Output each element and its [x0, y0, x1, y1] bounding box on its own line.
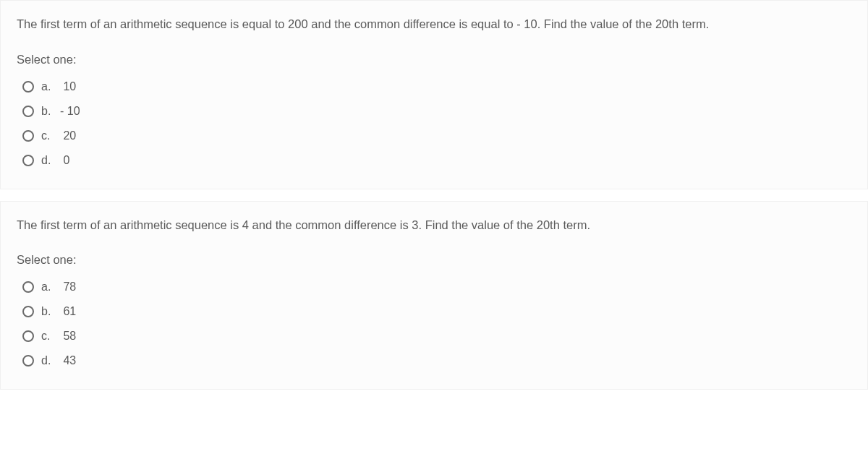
radio-icon[interactable]: [22, 355, 34, 367]
option-row-b[interactable]: b. - 10: [22, 99, 851, 124]
option-letter: a.: [41, 278, 57, 296]
option-row-d[interactable]: d. 43: [22, 348, 851, 373]
option-value: - 10: [60, 103, 80, 120]
option-value: 43: [60, 352, 76, 369]
option-letter: d.: [41, 352, 57, 369]
option-letter: c.: [41, 127, 57, 145]
question-text: The first term of an arithmetic sequence…: [17, 216, 851, 234]
option-value: 58: [60, 327, 76, 345]
option-value: 0: [60, 152, 69, 169]
radio-icon[interactable]: [22, 81, 34, 93]
option-row-a[interactable]: a. 10: [22, 74, 851, 99]
question-block-2: The first term of an arithmetic sequence…: [0, 201, 868, 390]
option-row-a[interactable]: a. 78: [22, 275, 851, 299]
select-prompt: Select one:: [17, 51, 851, 69]
option-row-d[interactable]: d. 0: [22, 148, 851, 173]
radio-icon[interactable]: [22, 106, 34, 117]
radio-icon[interactable]: [22, 155, 34, 166]
options-list: a. 10 b. - 10 c. 20 d. 0: [17, 74, 851, 173]
option-value: 20: [60, 127, 76, 145]
option-letter: c.: [41, 327, 57, 345]
question-block-1: The first term of an arithmetic sequence…: [0, 0, 868, 189]
option-value: 10: [60, 78, 76, 95]
radio-icon[interactable]: [22, 306, 34, 317]
option-letter: b.: [41, 303, 57, 320]
option-row-b[interactable]: b. 61: [22, 299, 851, 324]
question-text: The first term of an arithmetic sequence…: [17, 15, 851, 33]
option-row-c[interactable]: c. 20: [22, 124, 851, 148]
option-row-c[interactable]: c. 58: [22, 324, 851, 348]
radio-icon[interactable]: [22, 281, 34, 293]
option-value: 78: [60, 278, 76, 296]
options-list: a. 78 b. 61 c. 58 d. 43: [17, 275, 851, 373]
option-letter: b.: [41, 103, 57, 120]
option-letter: a.: [41, 78, 57, 95]
option-letter: d.: [41, 152, 57, 169]
radio-icon[interactable]: [22, 130, 34, 142]
select-prompt: Select one:: [17, 251, 851, 269]
radio-icon[interactable]: [22, 330, 34, 342]
option-value: 61: [60, 303, 76, 320]
